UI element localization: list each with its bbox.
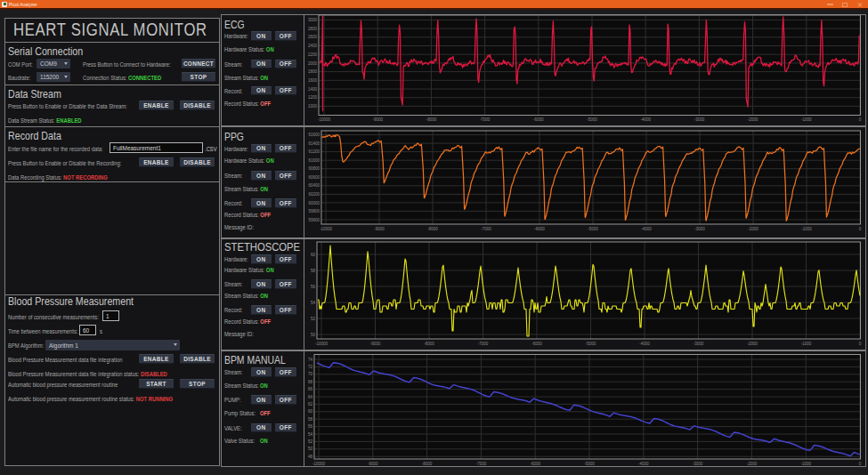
- svg-text:61600: 61600: [308, 133, 320, 137]
- svg-text:-3000: -3000: [694, 117, 705, 122]
- svg-text:-9000: -9000: [370, 342, 381, 346]
- svg-text:-9000: -9000: [372, 117, 383, 122]
- svg-text:1600: 1600: [308, 78, 318, 83]
- svg-text:2400: 2400: [308, 44, 318, 48]
- svg-text:58: 58: [308, 417, 313, 422]
- svg-text:60000: 60000: [308, 201, 320, 205]
- svg-text:72: 72: [308, 365, 313, 369]
- svg-text:62: 62: [308, 402, 313, 407]
- svg-text:-4000: -4000: [638, 462, 649, 466]
- svg-text:60200: 60200: [308, 192, 320, 197]
- svg-text:-3000: -3000: [693, 462, 703, 466]
- svg-text:48: 48: [308, 455, 313, 459]
- svg-text:64: 64: [308, 395, 313, 399]
- svg-text:-3000: -3000: [694, 342, 704, 346]
- svg-text:-10000: -10000: [315, 342, 329, 346]
- svg-text:61000: 61000: [308, 158, 320, 163]
- svg-text:0: 0: [859, 342, 862, 346]
- svg-text:2800: 2800: [308, 27, 318, 31]
- svg-text:58: 58: [311, 269, 316, 273]
- svg-text:-7000: -7000: [481, 227, 491, 231]
- svg-text:-9000: -9000: [368, 462, 378, 466]
- svg-text:50: 50: [311, 333, 316, 337]
- svg-text:-10000: -10000: [318, 117, 331, 122]
- svg-text:60: 60: [311, 253, 316, 257]
- svg-text:-7000: -7000: [480, 117, 491, 122]
- svg-text:-4000: -4000: [640, 117, 651, 122]
- svg-text:1200: 1200: [308, 95, 318, 100]
- svg-text:-8000: -8000: [422, 462, 433, 466]
- svg-text:-7000: -7000: [476, 462, 487, 466]
- svg-text:68: 68: [308, 380, 313, 384]
- svg-text:61400: 61400: [308, 141, 320, 146]
- svg-text:60400: 60400: [308, 183, 320, 188]
- svg-text:-1000: -1000: [801, 117, 812, 122]
- svg-text:60800: 60800: [308, 166, 320, 171]
- svg-text:60: 60: [308, 409, 313, 414]
- svg-text:1000: 1000: [308, 104, 318, 109]
- svg-text:-7000: -7000: [478, 342, 489, 346]
- svg-text:2600: 2600: [308, 35, 318, 39]
- svg-text:3000: 3000: [308, 18, 318, 22]
- svg-text:61200: 61200: [308, 149, 320, 154]
- svg-text:-1000: -1000: [801, 227, 812, 231]
- svg-text:-5000: -5000: [584, 462, 595, 466]
- svg-text:54: 54: [311, 301, 316, 305]
- svg-text:-5000: -5000: [586, 342, 596, 346]
- svg-text:-6000: -6000: [533, 117, 544, 122]
- svg-text:-2000: -2000: [747, 342, 758, 346]
- svg-text:-10000: -10000: [320, 227, 333, 231]
- svg-text:1400: 1400: [308, 87, 318, 92]
- svg-text:60600: 60600: [308, 175, 320, 180]
- svg-text:-8000: -8000: [427, 227, 438, 231]
- svg-text:-4000: -4000: [639, 342, 650, 346]
- svg-text:54: 54: [308, 432, 313, 437]
- svg-text:-6000: -6000: [531, 342, 542, 346]
- svg-text:0: 0: [859, 462, 862, 466]
- svg-text:-5000: -5000: [587, 117, 597, 122]
- svg-text:52: 52: [308, 439, 313, 444]
- svg-text:-3000: -3000: [694, 227, 705, 231]
- svg-text:-1000: -1000: [801, 342, 812, 346]
- svg-text:-1000: -1000: [800, 462, 811, 466]
- svg-text:0: 0: [859, 117, 862, 122]
- svg-text:-2000: -2000: [748, 227, 758, 231]
- svg-text:70: 70: [308, 372, 313, 376]
- svg-text:52: 52: [311, 317, 316, 321]
- svg-text:-6000: -6000: [530, 462, 540, 466]
- svg-text:1800: 1800: [308, 69, 318, 74]
- svg-text:-10000: -10000: [312, 462, 326, 466]
- svg-text:-5000: -5000: [588, 227, 598, 231]
- svg-text:0: 0: [859, 227, 862, 231]
- svg-text:-2000: -2000: [748, 117, 758, 122]
- svg-text:-4000: -4000: [641, 227, 652, 231]
- svg-text:74: 74: [308, 358, 313, 362]
- svg-text:50: 50: [308, 447, 313, 451]
- svg-text:-2000: -2000: [747, 462, 758, 466]
- svg-text:59600: 59600: [308, 218, 320, 222]
- svg-text:56: 56: [311, 285, 316, 289]
- svg-text:2000: 2000: [308, 61, 318, 66]
- svg-text:59800: 59800: [308, 209, 320, 213]
- svg-text:56: 56: [308, 424, 313, 429]
- svg-text:-6000: -6000: [534, 227, 545, 231]
- svg-text:2200: 2200: [308, 52, 318, 57]
- svg-text:66: 66: [308, 387, 313, 391]
- svg-text:-9000: -9000: [374, 227, 385, 231]
- svg-text:-8000: -8000: [426, 117, 437, 122]
- svg-text:-8000: -8000: [424, 342, 434, 346]
